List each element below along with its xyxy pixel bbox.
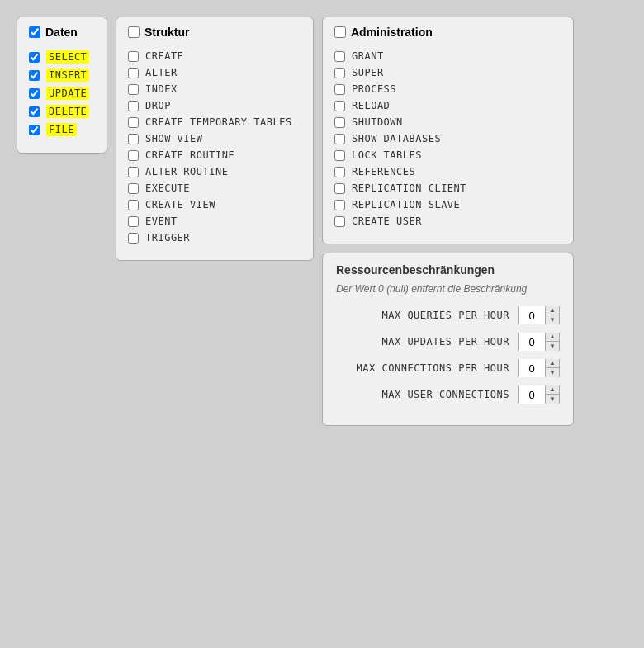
show-view-checkbox[interactable] (128, 134, 139, 144)
list-item: SHOW DATABASES (334, 133, 561, 144)
ressourcen-title: Ressourcenbeschränkungen (336, 263, 560, 277)
references-checkbox[interactable] (334, 167, 345, 177)
list-item: GRANT (334, 50, 561, 62)
list-item: REPLICATION SLAVE (334, 199, 561, 210)
alter-routine-checkbox[interactable] (128, 167, 139, 177)
insert-label: INSERT (46, 69, 89, 82)
replication-client-checkbox[interactable] (334, 183, 345, 194)
list-item: CREATE ROUTINE (128, 149, 301, 161)
list-item: EVENT (128, 215, 301, 227)
file-label: FILE (46, 123, 77, 136)
create-routine-checkbox[interactable] (128, 150, 139, 161)
max-queries-down[interactable]: ▼ (546, 315, 559, 324)
max-user-connections-up[interactable]: ▲ (546, 385, 559, 395)
list-item: FILE (29, 123, 95, 136)
list-item: DROP (128, 100, 301, 111)
alter-label: ALTER (145, 67, 178, 78)
grant-checkbox[interactable] (334, 51, 345, 62)
event-checkbox[interactable] (128, 216, 139, 227)
daten-header: Daten (29, 26, 95, 42)
max-connections-spinner: ▲ ▼ (518, 359, 560, 377)
daten-header-checkbox[interactable] (29, 26, 40, 38)
lock-tables-checkbox[interactable] (334, 150, 345, 161)
struktur-header: Struktur (128, 26, 301, 42)
select-checkbox[interactable] (29, 52, 40, 63)
alter-routine-label: ALTER ROUTINE (145, 166, 228, 177)
super-checkbox[interactable] (334, 68, 345, 78)
insert-checkbox[interactable] (29, 70, 40, 81)
max-connections-up[interactable]: ▲ (546, 359, 559, 368)
max-updates-down[interactable]: ▼ (546, 342, 559, 351)
reload-label: RELOAD (352, 100, 390, 111)
create-user-label: CREATE USER (352, 215, 422, 227)
super-label: SUPER (352, 67, 384, 78)
max-user-connections-row: MAX USER_CONNECTIONS ▲ ▼ (336, 385, 560, 404)
list-item: REPLICATION CLIENT (334, 182, 561, 194)
list-item: REFERENCES (334, 166, 561, 177)
index-checkbox[interactable] (128, 84, 139, 95)
max-updates-up[interactable]: ▲ (546, 333, 559, 342)
max-updates-input[interactable] (519, 333, 545, 351)
create-temp-checkbox[interactable] (128, 117, 139, 128)
max-user-connections-input[interactable] (519, 385, 545, 404)
main-container: Daten SELECT INSERT UPDATE DELETE FILE (8, 8, 636, 434)
lock-tables-label: LOCK TABLES (352, 149, 422, 161)
max-connections-down[interactable]: ▼ (546, 368, 559, 377)
replication-slave-checkbox[interactable] (334, 200, 345, 210)
alter-checkbox[interactable] (128, 68, 139, 78)
list-item: INSERT (29, 69, 95, 82)
create-view-checkbox[interactable] (128, 200, 139, 210)
reload-checkbox[interactable] (334, 101, 345, 111)
struktur-panel: Struktur CREATE ALTER INDEX DROP CREATE … (116, 17, 314, 261)
max-queries-input[interactable] (519, 306, 545, 324)
drop-checkbox[interactable] (128, 101, 139, 111)
delete-checkbox[interactable] (29, 106, 40, 117)
delete-label: DELETE (46, 105, 89, 118)
max-queries-up[interactable]: ▲ (546, 306, 559, 315)
shutdown-checkbox[interactable] (334, 117, 345, 128)
administration-items: GRANT SUPER PROCESS RELOAD SHUTDOWN (334, 50, 561, 227)
list-item: CREATE (128, 50, 301, 62)
list-item: CREATE USER (334, 215, 561, 227)
max-queries-row: MAX QUERIES PER HOUR ▲ ▼ (336, 306, 560, 324)
max-user-connections-down[interactable]: ▼ (546, 395, 559, 404)
show-databases-label: SHOW DATABASES (352, 133, 441, 144)
show-databases-checkbox[interactable] (334, 134, 345, 144)
show-view-label: SHOW VIEW (145, 133, 203, 144)
struktur-items: CREATE ALTER INDEX DROP CREATE TEMPORARY… (128, 50, 301, 244)
list-item: SELECT (29, 50, 95, 64)
list-item: ALTER ROUTINE (128, 166, 301, 177)
execute-checkbox[interactable] (128, 183, 139, 194)
list-item: EXECUTE (128, 182, 301, 194)
references-label: REFERENCES (352, 166, 415, 177)
create-view-label: CREATE VIEW (145, 199, 215, 210)
create-checkbox[interactable] (128, 51, 139, 62)
list-item: DELETE (29, 105, 95, 118)
max-user-connections-buttons: ▲ ▼ (545, 385, 559, 404)
max-queries-label: MAX QUERIES PER HOUR (336, 310, 509, 321)
max-queries-buttons: ▲ ▼ (545, 306, 559, 324)
max-updates-label: MAX UPDATES PER HOUR (336, 336, 509, 348)
administration-title: Administration (351, 26, 433, 39)
max-updates-buttons: ▲ ▼ (545, 333, 559, 351)
administration-panel: Administration GRANT SUPER PROCESS RELO (322, 17, 574, 244)
max-connections-input[interactable] (519, 359, 545, 377)
struktur-title: Struktur (144, 26, 189, 39)
file-checkbox[interactable] (29, 125, 40, 135)
list-item: CREATE TEMPORARY TABLES (128, 116, 301, 128)
create-routine-label: CREATE ROUTINE (145, 149, 234, 161)
max-connections-label: MAX CONNECTIONS PER HOUR (336, 362, 509, 374)
replication-client-label: REPLICATION CLIENT (352, 182, 466, 194)
create-user-checkbox[interactable] (334, 216, 345, 227)
administration-header-checkbox[interactable] (334, 26, 346, 38)
daten-items: SELECT INSERT UPDATE DELETE FILE (29, 50, 95, 136)
process-checkbox[interactable] (334, 84, 345, 95)
drop-label: DROP (145, 100, 171, 111)
max-queries-spinner: ▲ ▼ (518, 306, 560, 324)
max-connections-row: MAX CONNECTIONS PER HOUR ▲ ▼ (336, 359, 560, 377)
struktur-header-checkbox[interactable] (128, 26, 140, 38)
update-checkbox[interactable] (29, 88, 40, 99)
trigger-checkbox[interactable] (128, 233, 139, 244)
list-item: SUPER (334, 67, 561, 78)
list-item: LOCK TABLES (334, 149, 561, 161)
